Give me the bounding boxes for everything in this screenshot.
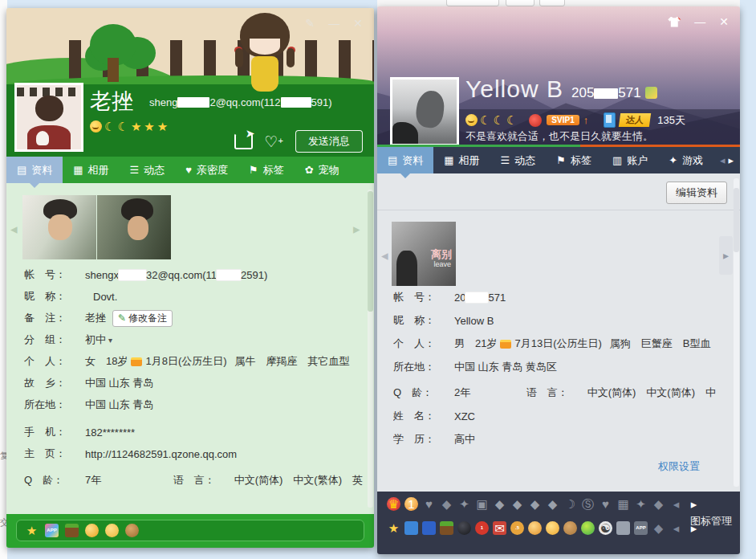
gray-moon-icon: ☽ [563, 497, 577, 511]
tab-feeds[interactable]: ☰动态 [490, 147, 547, 173]
level-star-icon: ★ [144, 120, 154, 133]
share-icon[interactable]: ➤ [234, 133, 253, 149]
tab-tags[interactable]: ⚑标签 [546, 147, 602, 173]
tab-games[interactable]: ✦游戏 [658, 147, 713, 173]
red-one-icon: 1 [475, 521, 489, 535]
photo-caption: leave [433, 260, 451, 268]
profile-account-line: sheng2@qq.com(112591) [149, 96, 332, 108]
gift-box-icon [65, 524, 79, 537]
feed-photo[interactable] [22, 195, 96, 259]
tab-albums-icon: ▦ [73, 164, 83, 176]
app-gray-icon: APP [634, 521, 648, 535]
field-account: 帐 号： 20571 [393, 291, 716, 304]
tab-feeds-icon: ☰ [130, 164, 140, 176]
icon-manage-button[interactable]: 图标管理 [690, 514, 732, 528]
field-remark: 备 注： 老挫 ✎修改备注 [24, 312, 363, 324]
mail-icon: ✉ [493, 521, 506, 535]
pencil-icon: ✎ [118, 312, 126, 324]
censored-block [465, 292, 488, 303]
tab-intimacy[interactable]: ♥亲密度 [175, 157, 238, 183]
qq-profile-window-right: — ✕ Yellow B 205571 ☾☾☾ SVIP1 ↑ 达人 135天 … [377, 6, 740, 554]
dressup-brush-icon[interactable]: ✎ [306, 18, 315, 29]
tab-label: 资料 [402, 153, 423, 168]
qq-level-icons: ☾☾★★★ [90, 120, 168, 133]
tabs-prev-icon[interactable]: ◂ [720, 154, 726, 166]
gray-shield-icon: ◆ [440, 497, 453, 511]
field-homepage: 主 页： http://1124682591.qzone.qq.com [24, 447, 363, 460]
pet-one-icon [528, 521, 542, 535]
tab-profile[interactable]: ▤资料 [377, 147, 433, 173]
profile-header: — ✕ Yellow B 205571 ☾☾☾ SVIP1 ↑ 达人 135天 … [377, 6, 740, 147]
profile-body: ◂ ▸ 帐 号： shengx32@qq.com(112591) 昵 称： Do… [6, 183, 374, 514]
gray-diamond-icon: ◆ [510, 497, 524, 511]
tab-account[interactable]: ▥账户 [602, 147, 658, 173]
badge-nav-left-icon[interactable]: ◂ [669, 497, 683, 511]
edit-remark-button[interactable]: ✎修改备注 [112, 310, 173, 327]
scrollbar[interactable] [368, 190, 373, 508]
field-qage-language: Q 龄： 2年 语 言： 中文(简体) 中文(简体) 中 [393, 386, 716, 399]
badge-bar: ♛1♥◆✦▣◆◆◆◆☽Ⓢ♥▦✦◆◂▸ ★1✉.5☯APP◆◂▸ 图标管理 [377, 492, 740, 554]
avatar[interactable] [390, 77, 459, 146]
gray-heart-icon: ♥ [599, 497, 612, 511]
monkey-icon [125, 524, 139, 537]
tab-games-icon: ✦ [669, 154, 677, 166]
qzone-phone-icon [404, 521, 418, 535]
tab-feeds[interactable]: ☰动态 [120, 157, 176, 183]
shield-blue-icon [422, 521, 436, 535]
daren-badge[interactable]: 达人 [619, 113, 651, 127]
svip-badge[interactable]: SVIP1 [547, 115, 579, 125]
profile-body: 编辑资料 ◂ 离别 leave ▸ 帐 号： 20571 昵 称： Yellow… [377, 173, 740, 492]
photos-next-button[interactable]: ▸ [719, 236, 733, 275]
tab-albums[interactable]: ▦相册 [63, 157, 119, 183]
photos-prev-icon[interactable]: ◂ [381, 247, 388, 264]
gray-s-badge-icon: Ⓢ [581, 497, 595, 511]
level-moon-icon: ☾ [104, 120, 115, 133]
tab-feeds-icon: ☰ [501, 154, 510, 166]
censored-block [177, 97, 209, 108]
close-button[interactable]: ✕ [719, 16, 729, 27]
avatar[interactable] [14, 83, 83, 152]
gray-camera-icon: ▣ [475, 497, 489, 511]
send-message-button[interactable]: 发送消息 [295, 130, 363, 153]
add-care-icon[interactable]: ♡+ [265, 134, 283, 149]
profile-nickname: 老挫 [90, 87, 133, 116]
minimize-button[interactable]: — [328, 18, 339, 29]
tabs-next-icon[interactable]: ▸ [728, 154, 734, 166]
field-account: 帐 号： shengx32@qq.com(112591) [24, 268, 363, 281]
coin-icon [85, 524, 99, 537]
tab-tags[interactable]: ⚑标签 [238, 157, 295, 183]
photos-prev-icon[interactable]: ◂ [10, 221, 18, 238]
edit-profile-button[interactable]: 编辑资料 [666, 182, 727, 204]
feed-photo[interactable]: 离别 leave [392, 222, 456, 286]
permission-settings-link[interactable]: 权限设置 [658, 459, 700, 474]
minimize-button[interactable]: — [694, 16, 705, 27]
scrollbar[interactable] [734, 178, 739, 487]
tab-label: 标签 [571, 153, 591, 168]
gray-flash-icon: ✦ [457, 497, 471, 511]
homepage-link[interactable]: http://1124682591.qzone.qq.com [85, 448, 237, 460]
tab-albums[interactable]: ▦相册 [433, 147, 490, 173]
close-button[interactable]: ✕ [353, 18, 363, 29]
badge-nav-left-icon[interactable]: ◂ [669, 521, 683, 535]
tab-tags-icon: ⚑ [249, 164, 258, 176]
photos-next-icon[interactable]: ▸ [353, 221, 360, 238]
tab-pets[interactable]: ✿宠物 [295, 157, 350, 183]
qq-show-icon[interactable] [645, 87, 657, 99]
birthday-cake-icon [500, 340, 511, 349]
feed-photo[interactable] [97, 195, 171, 259]
tab-tags-icon: ⚑ [556, 154, 566, 166]
dressup-shirt-icon[interactable] [668, 17, 681, 27]
profile-tabbar: ▤资料▦相册☰动态♥亲密度⚑标签✿宠物 [6, 157, 374, 183]
tab-label: 动态 [514, 153, 535, 168]
field-qage-language: Q 龄： 7年 语 言： 中文(简体) 中文(繁体) 英 [24, 474, 363, 487]
svip-upgrade-arrow-icon[interactable]: ↑ [583, 114, 589, 126]
chevron-down-icon[interactable]: ▾ [108, 336, 112, 345]
badge-nav-right-icon[interactable]: ▸ [687, 497, 701, 511]
birthday-cake-icon [131, 357, 142, 366]
tab-label: 动态 [144, 163, 165, 177]
qq-profile-window-left: ✎ — ✕ 老挫 sheng2@qq.com(112591) ☾☾★★★ ➤ ♡… [6, 8, 374, 548]
tab-profile[interactable]: ▤资料 [6, 157, 63, 183]
tennis-icon [581, 521, 595, 535]
gray-chest-icon: ▦ [616, 497, 630, 511]
qq-level-and-badges: ☾☾☾ SVIP1 ↑ 达人 135天 [465, 112, 685, 128]
